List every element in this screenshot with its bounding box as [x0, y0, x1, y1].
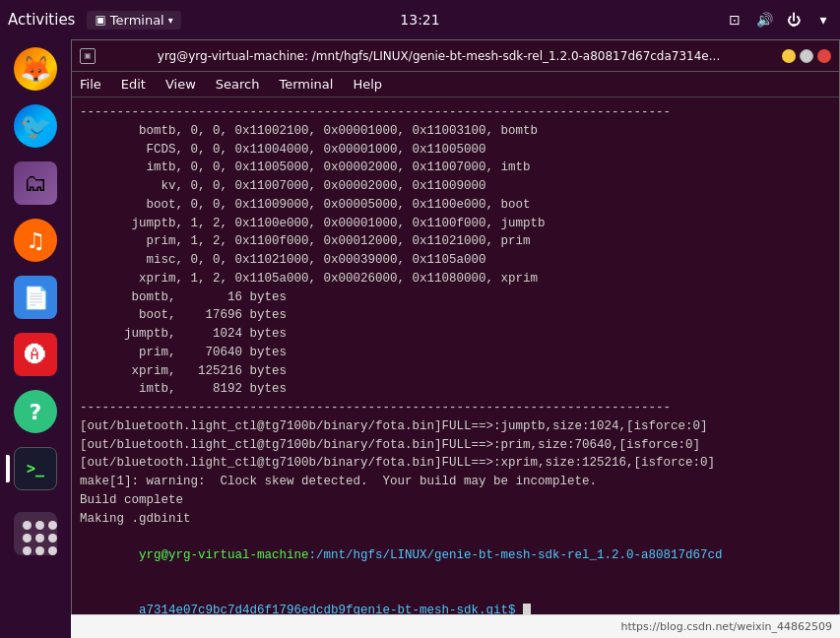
- top-bar-left: Activities ▣ Terminal ▾: [8, 11, 181, 30]
- term-line-separator1: ----------------------------------------…: [80, 103, 831, 122]
- term-line-9: xprim, 1, 2, 0x1105a000, 0x00026000, 0x1…: [80, 270, 831, 288]
- sidebar-item-software[interactable]: 🅐: [10, 329, 61, 380]
- menu-search[interactable]: Search: [212, 75, 264, 94]
- term-line-11: boot, 17696 bytes: [80, 306, 831, 325]
- clock: 13:21: [400, 12, 439, 28]
- menu-file[interactable]: File: [76, 75, 105, 94]
- system-menu-arrow[interactable]: ▾: [814, 11, 832, 29]
- term-line-build-complete: Build complete: [80, 491, 831, 510]
- menu-help[interactable]: Help: [349, 75, 386, 94]
- prompt-path: :/mnt/hgfs/LINUX/genie-bt-mesh-sdk-rel_1…: [309, 548, 723, 562]
- apps-dot: [48, 521, 57, 530]
- terminal-body[interactable]: ----------------------------------------…: [72, 97, 839, 637]
- apps-dot: [23, 534, 32, 542]
- term-line-fota1: [out/bluetooth.light_ctl@tg7100b/binary/…: [80, 417, 831, 436]
- window-controls: [782, 49, 831, 63]
- apps-dot: [48, 534, 57, 542]
- menu-edit[interactable]: Edit: [117, 75, 150, 94]
- terminal-title: yrg@yrg-virtual-machine: /mnt/hgfs/LINUX…: [96, 49, 782, 63]
- term-line-8: misc, 0, 0, 0x11021000, 0x00039000, 0x11…: [80, 251, 831, 270]
- status-bar: https://blog.csdn.net/weixin_44862509: [71, 614, 840, 638]
- sidebar-item-thunderbird[interactable]: 🐦: [10, 100, 61, 152]
- terminal-tab-icon: ▣: [95, 13, 105, 27]
- sidebar-item-help[interactable]: ?: [10, 386, 61, 437]
- sidebar-item-show-apps[interactable]: [10, 508, 61, 559]
- volume-icon[interactable]: 🔊: [755, 11, 773, 29]
- term-line-4: kv, 0, 0, 0x11007000, 0x00002000, 0x1100…: [80, 177, 831, 196]
- top-bar-right: ⊡ 🔊 ⏻ ▾: [726, 11, 832, 29]
- terminal-menu-bar: File Edit View Search Terminal Help: [72, 72, 839, 97]
- term-line-10: bomtb, 16 bytes: [80, 288, 831, 307]
- sidebar-item-files[interactable]: 🗂: [10, 158, 61, 209]
- term-line-fota2: [out/bluetooth.light_ctl@tg7100b/binary/…: [80, 436, 831, 455]
- sidebar-item-text-editor[interactable]: 📄: [10, 272, 61, 323]
- menu-view[interactable]: View: [162, 75, 200, 94]
- prompt-user: yrg@yrg-virtual-machine: [139, 548, 309, 562]
- terminal-titlebar: ▣ yrg@yrg-virtual-machine: /mnt/hgfs/LIN…: [72, 40, 839, 72]
- status-url: https://blog.csdn.net/weixin_44862509: [620, 620, 832, 633]
- minimize-button[interactable]: [782, 49, 796, 63]
- maximize-button[interactable]: [800, 49, 813, 63]
- sidebar-item-firefox[interactable]: 🦊: [10, 43, 61, 95]
- sidebar-item-rhythmbox[interactable]: ♫: [10, 215, 61, 266]
- sidebar: 🦊 🐦 🗂 ♫ 📄 �: [0, 39, 71, 638]
- term-line-14: xprim, 125216 bytes: [80, 362, 831, 381]
- term-line-12: jumptb, 1024 bytes: [80, 325, 831, 344]
- power-icon[interactable]: ⏻: [785, 11, 803, 29]
- apps-dot: [35, 534, 44, 542]
- apps-dot: [23, 521, 32, 530]
- term-line-6: jumptb, 1, 2, 0x1100e000, 0x00001000, 0x…: [80, 215, 831, 233]
- term-line-3: imtb, 0, 0, 0x11005000, 0x00002000, 0x11…: [80, 159, 831, 177]
- apps-dot: [48, 546, 57, 555]
- apps-dot: [23, 546, 32, 555]
- term-line-separator2: ----------------------------------------…: [80, 399, 831, 417]
- terminal-tab-label: Terminal: [110, 13, 164, 28]
- term-line-fota3: [out/bluetooth.light_ctl@tg7100b/binary/…: [80, 454, 831, 473]
- close-button[interactable]: [817, 49, 831, 63]
- terminal-tab-arrow: ▾: [168, 15, 173, 26]
- term-line-prompt: yrg@yrg-virtual-machine:/mnt/hgfs/LINUX/…: [80, 528, 831, 583]
- window-menu-icon[interactable]: ▣: [80, 48, 96, 64]
- menu-terminal[interactable]: Terminal: [275, 75, 337, 94]
- sidebar-item-terminal[interactable]: >_: [10, 443, 61, 494]
- apps-dot: [35, 546, 44, 555]
- term-line-7: prim, 1, 2, 0x1100f000, 0x00012000, 0x11…: [80, 232, 831, 251]
- term-line-2: FCDS, 0, 0, 0x11004000, 0x00001000, 0x11…: [80, 141, 831, 160]
- term-line-13: prim, 70640 bytes: [80, 344, 831, 362]
- network-icon[interactable]: ⊡: [726, 11, 743, 29]
- term-line-15: imtb, 8192 bytes: [80, 380, 831, 399]
- term-line-5: boot, 0, 0, 0x11009000, 0x00005000, 0x11…: [80, 196, 831, 215]
- activities-button[interactable]: Activities: [8, 11, 75, 29]
- terminal-window: ▣ yrg@yrg-virtual-machine: /mnt/hgfs/LIN…: [71, 39, 840, 638]
- terminal-tab[interactable]: ▣ Terminal ▾: [87, 11, 180, 30]
- term-line-gdbinit: Making .gdbinit: [80, 510, 831, 529]
- top-bar: Activities ▣ Terminal ▾ 13:21 ⊡ 🔊 ⏻ ▾: [0, 0, 840, 39]
- term-line-1: bomtb, 0, 0, 0x11002100, 0x00001000, 0x1…: [80, 122, 831, 141]
- active-indicator: [6, 455, 10, 482]
- main-layout: 🦊 🐦 🗂 ♫ 📄 �: [0, 39, 840, 638]
- term-line-warning: make[1]: warning: Clock skew detected. Y…: [80, 473, 831, 491]
- apps-dot: [35, 521, 44, 530]
